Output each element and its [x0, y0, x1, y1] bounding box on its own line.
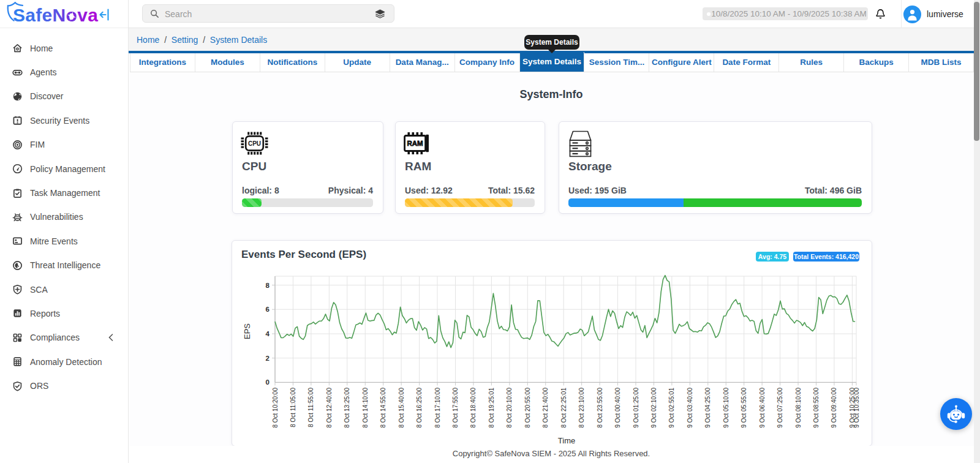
- svg-text:8 Oct 13:25:00: 8 Oct 13:25:00: [344, 388, 350, 428]
- svg-text:8 Oct 23:55:00: 8 Oct 23:55:00: [597, 388, 603, 428]
- svg-text:9 Oct 10:35:00: 9 Oct 10:35:00: [853, 388, 860, 428]
- svg-text:9 Oct 00:40:00: 9 Oct 00:40:00: [614, 388, 621, 428]
- svg-text:4: 4: [266, 330, 270, 337]
- svg-text:9 Oct 07:25:00: 9 Oct 07:25:00: [777, 388, 783, 428]
- svg-text:9 Oct 05:10:00: 9 Oct 05:10:00: [723, 388, 729, 428]
- svg-text:EPS: EPS: [243, 323, 252, 339]
- svg-text:9 Oct 02:55:01: 9 Oct 02:55:01: [668, 388, 675, 428]
- svg-text:2: 2: [266, 355, 270, 362]
- svg-text:9 Oct 06:40:00: 9 Oct 06:40:00: [759, 388, 766, 428]
- svg-text:8 Oct 20:10:00: 8 Oct 20:10:00: [506, 388, 513, 428]
- svg-text:9 Oct 03:40:00: 9 Oct 03:40:00: [687, 388, 693, 428]
- svg-text:8 Oct 14:55:00: 8 Oct 14:55:00: [380, 388, 386, 428]
- svg-text:Time: Time: [558, 436, 575, 445]
- svg-text:8 Oct 14:10:00: 8 Oct 14:10:00: [362, 388, 369, 428]
- svg-text:9 Oct 02:10:00: 9 Oct 02:10:00: [650, 388, 657, 428]
- svg-text:8 Oct 18:40:00: 8 Oct 18:40:00: [470, 388, 477, 428]
- svg-text:8 Oct 17:55:00: 8 Oct 17:55:00: [452, 388, 459, 428]
- svg-text:8 Oct 12:40:00: 8 Oct 12:40:00: [326, 388, 333, 428]
- svg-text:9 Oct 08:55:00: 9 Oct 08:55:00: [813, 388, 820, 428]
- svg-text:9 Oct 04:25:00: 9 Oct 04:25:00: [704, 388, 711, 428]
- svg-text:CPU: CPU: [248, 140, 261, 147]
- svg-text:8 Oct 19:25:01: 8 Oct 19:25:01: [488, 388, 495, 428]
- svg-text:8 Oct 15:40:00: 8 Oct 15:40:00: [398, 388, 405, 428]
- svg-text:RAM: RAM: [407, 140, 423, 147]
- svg-text:8 Oct 10:20:00: 8 Oct 10:20:00: [272, 388, 279, 428]
- svg-text:9 Oct 09:40:00: 9 Oct 09:40:00: [831, 388, 837, 428]
- svg-text:8 Oct 11:05:00: 8 Oct 11:05:00: [290, 388, 296, 427]
- svg-text:8 Oct 16:25:00: 8 Oct 16:25:00: [416, 388, 423, 428]
- svg-text:9 Oct 05:55:00: 9 Oct 05:55:00: [741, 388, 747, 428]
- svg-text:9 Oct 08:10:00: 9 Oct 08:10:00: [795, 388, 802, 428]
- svg-text:8: 8: [266, 282, 270, 289]
- svg-text:8 Oct 21:40:00: 8 Oct 21:40:00: [542, 388, 549, 428]
- svg-text:8 Oct 22:25:01: 8 Oct 22:25:01: [560, 388, 567, 428]
- svg-text:6: 6: [266, 306, 270, 313]
- svg-text:SafeNova: SafeNova: [13, 5, 98, 25]
- svg-text:9 Oct 01:25:00: 9 Oct 01:25:00: [633, 388, 639, 428]
- svg-text:8 Oct 23:10:00: 8 Oct 23:10:00: [578, 388, 585, 428]
- svg-text:8 Oct 17:10:00: 8 Oct 17:10:00: [434, 388, 441, 428]
- svg-text:0: 0: [266, 378, 270, 386]
- svg-text:8 Oct 20:55:00: 8 Oct 20:55:00: [524, 388, 531, 428]
- svg-text:8 Oct 11:55:00: 8 Oct 11:55:00: [307, 388, 314, 427]
